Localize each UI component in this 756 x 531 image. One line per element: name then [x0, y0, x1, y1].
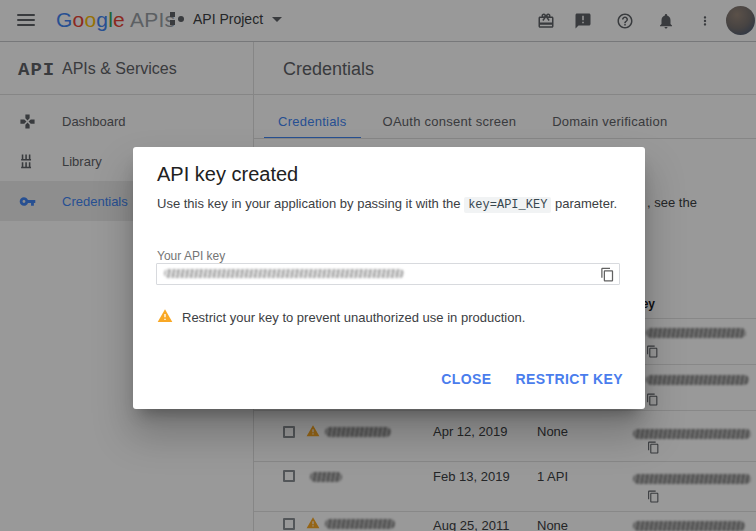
- warning-icon: [157, 308, 173, 324]
- body-text: Use this key in your application by pass…: [157, 196, 461, 211]
- dialog-actions: CLOSE RESTRICT KEY: [441, 371, 623, 387]
- app-window: GoogleAPIs API Project API APIs & Servic…: [0, 0, 756, 531]
- body-text: parameter.: [555, 196, 617, 211]
- api-key-field[interactable]: [156, 263, 620, 285]
- copy-icon[interactable]: [600, 267, 615, 282]
- dialog-title: API key created: [157, 163, 298, 186]
- code-chip: key=API_KEY: [464, 197, 551, 213]
- restrict-key-button[interactable]: RESTRICT KEY: [516, 371, 623, 387]
- warning-text: Restrict your key to prevent unauthorize…: [182, 310, 525, 325]
- api-key-field-label: Your API key: [157, 249, 225, 263]
- dialog-body: Use this key in your application by pass…: [157, 195, 623, 214]
- close-button[interactable]: CLOSE: [441, 371, 491, 387]
- api-key-created-dialog: API key created Use this key in your app…: [133, 147, 645, 409]
- redacted-api-key-value: [164, 269, 404, 278]
